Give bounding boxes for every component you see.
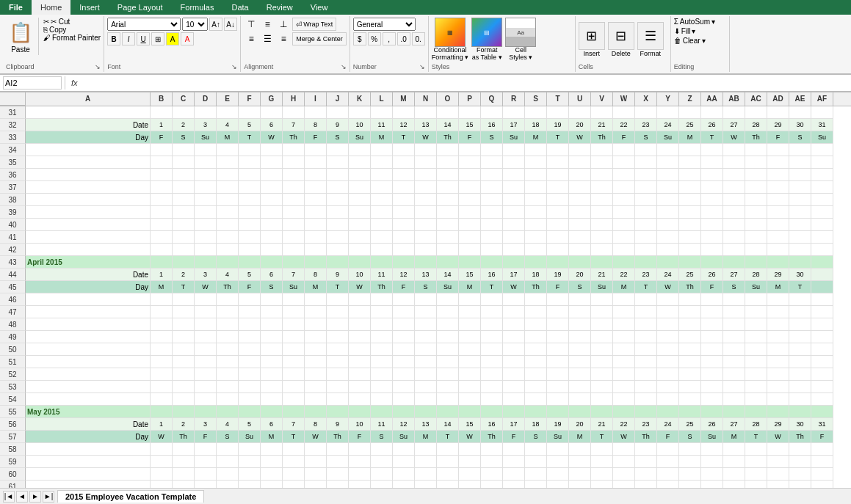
- date-cell[interactable]: 1: [151, 269, 173, 281]
- cell[interactable]: [371, 406, 393, 418]
- col-header-i[interactable]: I: [305, 92, 327, 106]
- cell[interactable]: [679, 481, 701, 488]
- cell[interactable]: [239, 231, 261, 244]
- cell[interactable]: [811, 156, 833, 169]
- date-cell[interactable]: 25: [679, 119, 701, 131]
- day-cell[interactable]: S: [415, 281, 437, 293]
- cell[interactable]: [525, 106, 547, 119]
- cell[interactable]: [569, 343, 591, 356]
- cell[interactable]: [151, 231, 173, 244]
- cell[interactable]: [679, 156, 701, 169]
- font-color-button[interactable]: A: [181, 32, 194, 45]
- day-cell[interactable]: Th: [371, 281, 393, 293]
- col-header-w[interactable]: W: [613, 92, 635, 106]
- cell[interactable]: [283, 106, 305, 119]
- day-cell[interactable]: M: [723, 431, 745, 443]
- cell[interactable]: [723, 331, 745, 343]
- date-cell[interactable]: 30: [789, 418, 811, 431]
- cell[interactable]: [195, 106, 217, 119]
- cell[interactable]: [349, 231, 371, 244]
- day-cell[interactable]: M: [569, 431, 591, 443]
- cell[interactable]: [569, 169, 591, 181]
- cell[interactable]: [239, 219, 261, 231]
- date-cell[interactable]: 2: [173, 269, 195, 281]
- cell[interactable]: [26, 481, 151, 488]
- cell[interactable]: [217, 293, 239, 306]
- day-cell[interactable]: F: [349, 431, 371, 443]
- cell[interactable]: [415, 231, 437, 244]
- cell[interactable]: [745, 343, 767, 356]
- cell[interactable]: [239, 331, 261, 343]
- cell[interactable]: [239, 181, 261, 194]
- cell[interactable]: [217, 356, 239, 368]
- date-cell[interactable]: 12: [393, 418, 415, 431]
- date-cell[interactable]: 8: [305, 269, 327, 281]
- cell[interactable]: [371, 343, 393, 356]
- cell[interactable]: [547, 206, 569, 219]
- cell[interactable]: [371, 194, 393, 206]
- cell[interactable]: [261, 194, 283, 206]
- cell[interactable]: [26, 156, 151, 169]
- cell[interactable]: [305, 144, 327, 156]
- cell[interactable]: [305, 393, 327, 406]
- day-cell[interactable]: M: [767, 281, 789, 293]
- col-header-ac[interactable]: AC: [745, 92, 767, 106]
- date-cell[interactable]: 20: [569, 269, 591, 281]
- cell[interactable]: [613, 231, 635, 244]
- cell[interactable]: [679, 456, 701, 468]
- day-cell[interactable]: Su: [195, 131, 217, 144]
- formula-input[interactable]: [84, 78, 848, 87]
- cell[interactable]: [26, 381, 151, 393]
- date-cell[interactable]: 23: [635, 418, 657, 431]
- cell[interactable]: [547, 293, 569, 306]
- cell[interactable]: [239, 456, 261, 468]
- day-cell[interactable]: S: [789, 131, 811, 144]
- day-cell[interactable]: S: [371, 431, 393, 443]
- cell[interactable]: [811, 144, 833, 156]
- cell[interactable]: [789, 181, 811, 194]
- cell[interactable]: [591, 256, 613, 269]
- cell[interactable]: [437, 368, 459, 381]
- cell[interactable]: [261, 106, 283, 119]
- cell[interactable]: [745, 368, 767, 381]
- cell[interactable]: [789, 206, 811, 219]
- date-cell[interactable]: 13: [415, 119, 437, 131]
- cell[interactable]: [635, 256, 657, 269]
- cell[interactable]: [789, 293, 811, 306]
- cell[interactable]: [745, 156, 767, 169]
- cell[interactable]: [349, 219, 371, 231]
- date-label-cell[interactable]: Date: [26, 418, 151, 431]
- month-header-cell[interactable]: April 2015: [26, 256, 151, 269]
- col-header-q[interactable]: Q: [481, 92, 503, 106]
- cell[interactable]: [173, 194, 195, 206]
- cell[interactable]: [657, 468, 679, 481]
- date-cell[interactable]: 28: [745, 269, 767, 281]
- cell[interactable]: [437, 194, 459, 206]
- cell[interactable]: [657, 293, 679, 306]
- cell[interactable]: [283, 318, 305, 331]
- cell[interactable]: [723, 181, 745, 194]
- col-header-s[interactable]: S: [525, 92, 547, 106]
- cell[interactable]: [349, 481, 371, 488]
- sheet-nav-last[interactable]: ►|: [43, 491, 54, 503]
- cell[interactable]: [239, 468, 261, 481]
- cell[interactable]: [437, 206, 459, 219]
- decrease-font-button[interactable]: A↓: [224, 18, 237, 31]
- cell[interactable]: [459, 293, 481, 306]
- date-cell[interactable]: 15: [459, 119, 481, 131]
- date-cell[interactable]: 4: [217, 418, 239, 431]
- cell[interactable]: [195, 406, 217, 418]
- cell[interactable]: [437, 169, 459, 181]
- cell[interactable]: [481, 206, 503, 219]
- cell[interactable]: [723, 343, 745, 356]
- date-cell[interactable]: 27: [723, 119, 745, 131]
- cell[interactable]: [239, 368, 261, 381]
- cell[interactable]: [393, 231, 415, 244]
- cell[interactable]: [195, 343, 217, 356]
- date-cell[interactable]: 10: [349, 269, 371, 281]
- cell[interactable]: [217, 368, 239, 381]
- cell[interactable]: [635, 393, 657, 406]
- day-cell[interactable]: Su: [283, 281, 305, 293]
- col-header-z[interactable]: Z: [679, 92, 701, 106]
- cell[interactable]: [305, 194, 327, 206]
